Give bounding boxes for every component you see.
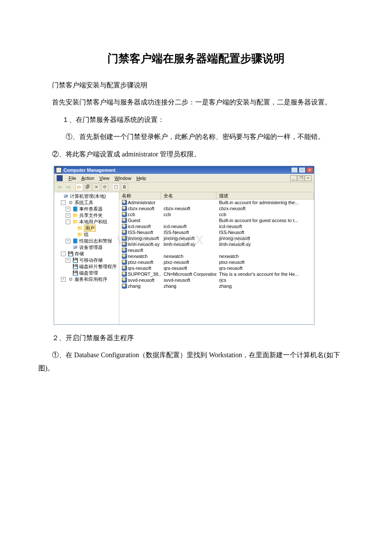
- user-description: qrs-neusoft: [216, 265, 314, 271]
- user-icon: [122, 212, 127, 217]
- user-row[interactable]: SUPPORT_38...CN=Microsoft Corporation...…: [119, 271, 314, 277]
- user-icon: [122, 272, 127, 277]
- tree-node[interactable]: 🖳计算机管理(本地): [55, 193, 118, 199]
- user-row[interactable]: icd-neusofticd-neusofticd-neusoft: [119, 223, 314, 229]
- up-button[interactable]: 🗁: [75, 183, 83, 191]
- tree-node[interactable]: -⚙系统工具: [55, 199, 118, 206]
- user-fullname: limh-neusoft-sy: [161, 241, 216, 247]
- user-name: zhang: [128, 283, 141, 289]
- user-list[interactable]: AdministratorBuilt-in account for admini…: [119, 199, 314, 324]
- tree-label: 磁盘管理: [79, 270, 98, 276]
- tree-pane[interactable]: 🖳计算机管理(本地)-⚙系统工具+📘事件查看器+📁共享文件夹-📁本地用户和组📁用…: [54, 192, 119, 324]
- tree-label: 用户: [84, 225, 96, 232]
- disk-icon: 💾: [72, 257, 78, 263]
- user-row[interactable]: ptxz-neusoftptxz-neusoftptxz-neusoft: [119, 259, 314, 265]
- user-description: ccb: [216, 211, 314, 217]
- properties-button[interactable]: 🗐: [84, 183, 92, 191]
- mdi-restore-button[interactable]: ❐: [297, 175, 304, 181]
- tree-node[interactable]: -📁本地用户和组: [55, 219, 118, 225]
- menu-view[interactable]: View: [99, 176, 110, 181]
- tree-label: 存储: [75, 251, 84, 257]
- back-button[interactable]: ⇦: [56, 183, 63, 191]
- user-icon: [122, 248, 127, 253]
- tree-node[interactable]: 💾磁盘碎片整理程序: [55, 263, 118, 270]
- user-description: ptxz-neusoft: [216, 259, 314, 265]
- minimize-button[interactable]: _: [291, 167, 298, 173]
- column-headers[interactable]: 名称 全名 描述: [119, 192, 314, 199]
- user-description: This is a vendor's account for the He...: [216, 271, 314, 277]
- mdi-close-button[interactable]: ×: [305, 175, 311, 181]
- app-icon: [56, 167, 62, 173]
- disk-icon: 💾: [68, 251, 73, 257]
- tree-node[interactable]: 📁组: [55, 231, 118, 238]
- book-icon: 📘: [72, 238, 78, 244]
- user-row[interactable]: zhangzhangzhang: [119, 283, 314, 289]
- user-row[interactable]: jinrong-neusoftjinrong-neusoftjinrong-ne…: [119, 235, 314, 241]
- list-pane: 名称 全名 描述 AdministratorBuilt-in account f…: [119, 192, 314, 324]
- gear-icon: ⚙: [68, 277, 73, 282]
- expand-icon[interactable]: +: [66, 213, 70, 218]
- col-fullname[interactable]: 全名: [161, 192, 216, 199]
- user-row[interactable]: limh-neusoft-sylimh-neusoft-sylimh-neuso…: [119, 241, 314, 247]
- paragraph-step-1-2: ②、将此客户端设置成 administrator 管理员权限。: [38, 148, 354, 161]
- paragraph-intro-2: 首先安装门禁客户端与服务器成功连接分二步：一是客户端的安装与配置，二是服务器设置…: [38, 96, 354, 109]
- user-icon: [122, 278, 127, 283]
- tree-spacer: [66, 246, 70, 249]
- tree-label: 计算机管理(本地): [70, 193, 106, 199]
- user-row[interactable]: nexwatchnexwatchnexwatch: [119, 253, 314, 259]
- user-row[interactable]: svvd-neusoftsvvd-neusoftrjcs: [119, 277, 314, 283]
- tree-node[interactable]: 📁用户: [55, 225, 118, 231]
- mdi-minimize-button[interactable]: _: [290, 175, 297, 181]
- close-button[interactable]: ×: [306, 167, 313, 173]
- user-row[interactable]: cbzx-neusoftcbzx-neusoftcbzx-neusoft: [119, 205, 314, 211]
- folder-icon: 📁: [77, 232, 83, 237]
- window-titlebar[interactable]: Computer Management _ □ ×: [54, 166, 314, 174]
- expand-icon[interactable]: +: [66, 258, 70, 263]
- paragraph-step-1-heading: １、在门禁服务器端系统的设置：: [38, 113, 354, 126]
- user-row[interactable]: ccbccbccb: [119, 211, 314, 217]
- collapse-icon[interactable]: -: [61, 251, 66, 256]
- tree-node[interactable]: 🖳设备管理器: [55, 244, 118, 251]
- user-name: cbzx-neusoft: [128, 206, 154, 211]
- tree-node[interactable]: +📘事件查看器: [55, 206, 118, 212]
- expand-icon[interactable]: +: [61, 277, 66, 282]
- user-fullname: CN=Microsoft Corporation...: [161, 271, 216, 277]
- user-description: Built-in account for guest access to t..…: [216, 217, 314, 223]
- tree-node[interactable]: -💾存储: [55, 251, 118, 257]
- user-row[interactable]: ISS-NeusoftISS-NeusoftISS-Neusoft: [119, 229, 314, 235]
- tree-node[interactable]: 💾磁盘管理: [55, 270, 118, 276]
- tree-node[interactable]: +📁共享文件夹: [55, 212, 118, 219]
- collapse-icon[interactable]: -: [61, 200, 66, 205]
- tree-spacer: [56, 194, 61, 198]
- user-row[interactable]: AdministratorBuilt-in account for admini…: [119, 199, 314, 205]
- export-list-button[interactable]: 📋: [112, 183, 120, 191]
- tree-label: 性能日志和警报: [79, 238, 112, 244]
- help-button-toolbar[interactable]: 🗏: [121, 183, 128, 191]
- collapse-icon[interactable]: -: [66, 220, 70, 224]
- expand-icon[interactable]: +: [66, 239, 70, 243]
- tree-label: 服务和应用程序: [75, 276, 107, 283]
- menu-file[interactable]: File: [69, 176, 76, 181]
- col-name[interactable]: 名称: [119, 192, 161, 199]
- refresh-button[interactable]: ⟳: [101, 183, 109, 191]
- maximize-button[interactable]: □: [299, 167, 306, 173]
- forward-button[interactable]: ⇨: [64, 183, 72, 191]
- menu-help[interactable]: Help: [136, 176, 146, 181]
- tree-node[interactable]: +💾可移动存储: [55, 257, 118, 263]
- user-row[interactable]: GuestBuilt-in account for guest access t…: [119, 217, 314, 223]
- book-icon: 📘: [72, 206, 78, 212]
- pc-icon: 🖳: [63, 194, 69, 199]
- menu-window[interactable]: Window: [115, 176, 131, 181]
- menu-action[interactable]: Action: [81, 176, 95, 181]
- expand-icon[interactable]: +: [66, 207, 70, 211]
- user-row[interactable]: qrs-neusoftqrs-neusoftqrs-neusoft: [119, 265, 314, 271]
- tree-node[interactable]: +⚙服务和应用程序: [55, 276, 118, 283]
- pc-icon: 🖳: [72, 245, 78, 250]
- delete-button[interactable]: ✕: [92, 183, 100, 191]
- user-row[interactable]: neusoft: [119, 247, 314, 253]
- folder-icon: 📁: [72, 213, 78, 218]
- tree-node[interactable]: +📘性能日志和警报: [55, 238, 118, 244]
- user-icon: [122, 254, 127, 259]
- user-description: [216, 247, 314, 253]
- col-description[interactable]: 描述: [216, 192, 314, 199]
